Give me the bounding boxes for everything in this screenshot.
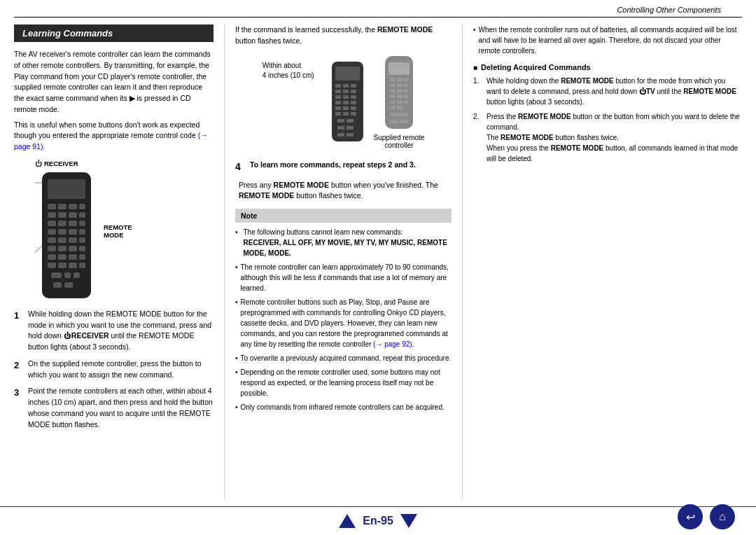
svg-rect-61: [337, 119, 344, 123]
within-label: Within about4 inches (10 cm): [262, 61, 314, 81]
svg-rect-86: [390, 113, 408, 116]
note-bullet-1: The following buttons cannot learn new c…: [235, 227, 451, 258]
svg-rect-70: [397, 78, 402, 81]
svg-rect-16: [69, 229, 77, 235]
page92-link[interactable]: (→ page 92).: [373, 340, 414, 348]
header-title: Controlling Other Components: [617, 6, 721, 14]
svg-rect-25: [79, 246, 85, 251]
step4-box: 4 To learn more commands, repeat steps 2…: [235, 160, 451, 202]
svg-rect-75: [390, 89, 396, 92]
svg-rect-29: [79, 254, 85, 260]
svg-rect-7: [58, 212, 66, 218]
svg-rect-8: [69, 212, 77, 218]
svg-rect-11: [58, 221, 66, 226]
svg-rect-73: [397, 83, 402, 87]
bottom-bar: En-95 ↩ ⌂: [0, 506, 756, 535]
note-bullet-3: Remote controller buttons such as Play, …: [235, 297, 451, 349]
svg-rect-30: [48, 263, 56, 268]
svg-rect-55: [335, 106, 341, 110]
svg-rect-82: [397, 100, 402, 104]
svg-rect-28: [69, 254, 77, 260]
step-2: 2 On the supplied remote controller, pre…: [14, 359, 214, 381]
svg-rect-83: [404, 100, 408, 104]
svg-rect-57: [351, 106, 356, 110]
svg-rect-54: [351, 101, 356, 104]
del-step1-num: 1.: [473, 76, 483, 107]
svg-rect-32: [69, 263, 77, 268]
prev-page-button[interactable]: [339, 514, 356, 528]
svg-rect-38: [64, 282, 73, 288]
del-step2-num: 2.: [473, 111, 483, 164]
svg-rect-5: [79, 204, 85, 209]
diagram-area: Within about4 inches (10 cm): [235, 54, 451, 149]
svg-rect-69: [390, 78, 396, 81]
svg-rect-35: [64, 272, 71, 278]
note-bullet-5: Depending on the remote controller used,…: [235, 367, 451, 398]
svg-rect-85: [397, 106, 402, 109]
svg-rect-12: [69, 221, 77, 226]
svg-rect-47: [343, 90, 349, 93]
supplied-label: Supplied remote controller: [374, 134, 425, 149]
home-icon: ⌂: [719, 510, 726, 523]
svg-rect-79: [397, 95, 402, 98]
home-button[interactable]: ⌂: [710, 504, 735, 529]
svg-rect-21: [79, 237, 85, 243]
bottom-icons: ↩ ⌂: [678, 504, 735, 529]
del-step-2: 2. Press the REMOTE MODE button or the b…: [473, 111, 742, 164]
step3-num: 3: [14, 386, 24, 430]
svg-rect-19: [58, 237, 66, 243]
svg-rect-52: [335, 101, 341, 104]
svg-rect-42: [335, 67, 360, 81]
svg-rect-53: [343, 101, 349, 104]
svg-rect-33: [79, 263, 85, 268]
middle-column: If the command is learned successfully, …: [224, 25, 462, 499]
svg-rect-66: [346, 133, 354, 137]
svg-rect-4: [69, 204, 77, 209]
deleting-title: Deleting Acquired Commands: [473, 63, 742, 71]
svg-rect-71: [404, 78, 408, 81]
note-section: Note The following buttons cannot learn …: [235, 209, 451, 412]
svg-rect-34: [51, 272, 62, 278]
back-button[interactable]: ↩: [678, 504, 703, 529]
svg-rect-49: [335, 95, 341, 99]
svg-rect-48: [351, 90, 356, 93]
svg-rect-60: [351, 112, 356, 116]
remote-svg-right: [382, 54, 416, 131]
left-column: Learning Commands The AV receiver's remo…: [14, 25, 224, 499]
right-bullet-1: When the remote controller runs out of b…: [473, 25, 742, 56]
svg-rect-24: [69, 246, 77, 251]
svg-rect-59: [343, 112, 349, 116]
steps-area: 1 While holding down the REMOTE MODE but…: [14, 309, 214, 431]
svg-rect-45: [351, 84, 356, 88]
next-page-button[interactable]: [400, 514, 417, 528]
svg-rect-74: [404, 83, 408, 87]
svg-rect-37: [53, 282, 62, 288]
step-1: 1 While holding down the REMOTE MODE but…: [14, 309, 214, 353]
page-number: En-95: [363, 515, 393, 527]
svg-rect-62: [346, 119, 354, 123]
svg-rect-31: [58, 263, 66, 268]
mid-top-text: If the command is learned successfully, …: [235, 25, 451, 47]
svg-rect-56: [343, 106, 349, 110]
svg-rect-51: [351, 95, 356, 99]
svg-rect-26: [48, 254, 56, 260]
note-bullet-4: To overwrite a previously acquired comma…: [235, 353, 451, 363]
page-number-area: En-95: [339, 514, 417, 528]
page: Controlling Other Components Learning Co…: [0, 0, 756, 535]
svg-rect-2: [48, 204, 56, 209]
step4-num: 4: [235, 160, 246, 174]
svg-rect-6: [48, 212, 56, 218]
svg-rect-81: [390, 100, 396, 104]
svg-rect-65: [337, 133, 344, 137]
note-label: Note: [235, 209, 451, 223]
svg-rect-64: [346, 126, 354, 130]
svg-rect-10: [48, 221, 56, 226]
svg-rect-87: [390, 120, 398, 123]
svg-rect-46: [335, 90, 341, 93]
svg-rect-3: [58, 204, 66, 209]
svg-rect-78: [390, 95, 396, 98]
svg-rect-17: [79, 229, 85, 235]
note-bullet-6: Only commands from infrared remote contr…: [235, 402, 451, 412]
svg-rect-20: [69, 237, 77, 243]
svg-rect-84: [390, 106, 396, 109]
